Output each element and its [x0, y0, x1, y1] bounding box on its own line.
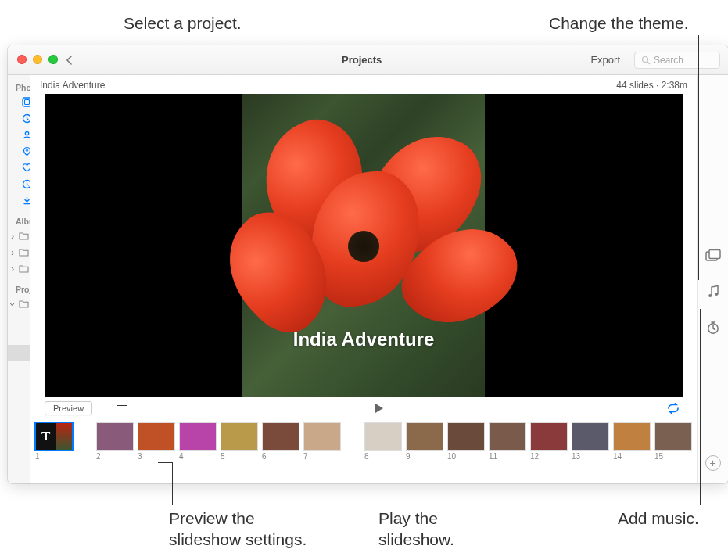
thumb-num: 8 [364, 451, 402, 461]
title-slide-icon: T [36, 423, 56, 450]
sidebar-item-my-albums[interactable]: ›My Albums [8, 260, 30, 277]
slides-meta: 44 slides · 2:38m [616, 80, 687, 91]
music-icon [707, 285, 719, 299]
search-input[interactable]: Search [634, 52, 720, 69]
sidebar-item-favourites[interactable]: Favourites [8, 160, 30, 176]
chevron-right-icon: › [11, 231, 14, 242]
preview-button[interactable]: Preview [45, 401, 92, 415]
loop-icon [666, 403, 680, 414]
svg-line-1 [647, 62, 650, 64]
memories-icon [22, 113, 30, 124]
library-icon [22, 97, 30, 108]
toolbar-title: Projects [133, 54, 590, 66]
thumb-3[interactable]: 3 [138, 422, 175, 461]
play-button[interactable] [369, 400, 388, 416]
thumb-num: 11 [489, 451, 526, 461]
close-window-button[interactable] [17, 55, 27, 64]
thumb-6[interactable]: 6 [262, 422, 299, 461]
thumb-num: 14 [613, 451, 651, 461]
zoom-window-button[interactable] [48, 55, 58, 64]
sidebar-item-imports[interactable]: Imports [8, 192, 30, 209]
folder-icon [19, 299, 29, 310]
timer-icon [706, 321, 720, 335]
thumb-num: 13 [572, 451, 609, 461]
thumb-4[interactable]: 4 [179, 422, 217, 461]
sidebar-project-exploring-mor[interactable]: Exploring Mor… [8, 328, 30, 345]
people-icon [22, 130, 30, 141]
sidebar-heading-albums: Albums [8, 214, 30, 228]
svg-rect-12 [709, 250, 720, 259]
sidebar-item-media-types[interactable]: ›Media Types [8, 228, 30, 244]
slideshow-preview: India Adventure [45, 94, 683, 397]
theme-button[interactable] [705, 247, 722, 264]
svg-rect-3 [25, 100, 30, 105]
window-traffic-lights [17, 55, 58, 64]
sidebar-project-visit-lisbon[interactable]: Visit to Lisbon [8, 312, 30, 328]
folder-icon [19, 231, 29, 242]
thumb-num: 10 [447, 451, 485, 461]
inspector-rail: + [697, 75, 728, 483]
sidebar-item-people[interactable]: People [8, 127, 30, 143]
thumb-14[interactable]: 14 [613, 422, 651, 461]
svg-point-14 [715, 293, 718, 296]
callout-change-theme: Change the theme. [549, 14, 689, 33]
minimize-window-button[interactable] [33, 55, 42, 64]
thumb-num: 6 [262, 451, 299, 461]
sidebar-item-memories[interactable]: Memories [8, 110, 30, 127]
thumb-7[interactable]: 7 [303, 422, 341, 461]
theme-icon [705, 249, 721, 262]
thumb-num: 7 [303, 451, 341, 461]
thumb-2[interactable]: 2 [96, 422, 134, 461]
export-button[interactable]: Export [590, 54, 620, 66]
folder-icon [19, 247, 29, 258]
svg-point-0 [643, 56, 648, 62]
sidebar-item-places[interactable]: Places [8, 143, 30, 160]
thumb-num: 5 [221, 451, 258, 461]
sidebar-item-my-projects[interactable]: ›My Projects [8, 296, 30, 312]
sidebar: Photos Library Memories People Places Fa… [8, 75, 30, 483]
chevron-right-icon: › [11, 264, 14, 275]
thumb-1[interactable]: T1 [35, 422, 73, 461]
toolbar: Projects Export Search [8, 45, 728, 75]
chevron-down-icon: › [8, 302, 18, 305]
thumb-11[interactable]: 11 [489, 422, 526, 461]
plus-icon: + [709, 457, 715, 469]
thumb-8[interactable]: 8 [364, 422, 402, 461]
clock-icon [22, 179, 30, 190]
callout-play-1: Play the [378, 509, 438, 528]
thumb-num: 4 [179, 451, 217, 461]
thumb-15[interactable]: 15 [654, 422, 692, 461]
back-button[interactable] [63, 53, 77, 67]
thumb-12[interactable]: 12 [530, 422, 568, 461]
sidebar-heading-projects: Projects [8, 282, 30, 296]
thumb-num: 9 [406, 451, 443, 461]
svg-point-5 [25, 131, 28, 135]
slide-caption: India Adventure [293, 328, 434, 350]
sidebar-heading-photos: Photos [8, 80, 30, 94]
sidebar-project-india-adventure[interactable]: India Adventure [8, 345, 30, 361]
slide-image [242, 94, 485, 397]
duration-button[interactable] [705, 319, 722, 336]
sidebar-item-shared-albums[interactable]: ›Shared Albums [8, 244, 30, 260]
thumb-num: 12 [530, 451, 568, 461]
thumb-5[interactable]: 5 [221, 422, 258, 461]
project-title: India Adventure [40, 80, 105, 91]
folder-icon [19, 264, 29, 275]
loop-button[interactable] [664, 400, 683, 416]
sidebar-item-library[interactable]: Library [8, 94, 30, 110]
thumb-13[interactable]: 13 [572, 422, 609, 461]
download-icon [22, 196, 30, 206]
thumb-num: 1 [35, 451, 73, 461]
add-photos-button[interactable]: + [705, 455, 721, 471]
sidebar-item-recents[interactable]: Recents [8, 176, 30, 192]
thumb-10[interactable]: 10 [447, 422, 485, 461]
thumb-9[interactable]: 9 [406, 422, 443, 461]
filmstrip: T1 2 3 4 5 6 7 8 9 10 11 12 13 14 15 [30, 419, 697, 462]
music-button[interactable] [705, 283, 722, 300]
callout-preview-2: slideshow settings. [169, 530, 307, 549]
app-window: Projects Export Search Photos Library Me… [8, 45, 728, 483]
search-icon [641, 56, 651, 65]
callout-add-music: Add music. [618, 509, 699, 528]
callout-play-2: slideshow. [378, 530, 454, 549]
svg-point-6 [26, 149, 27, 151]
